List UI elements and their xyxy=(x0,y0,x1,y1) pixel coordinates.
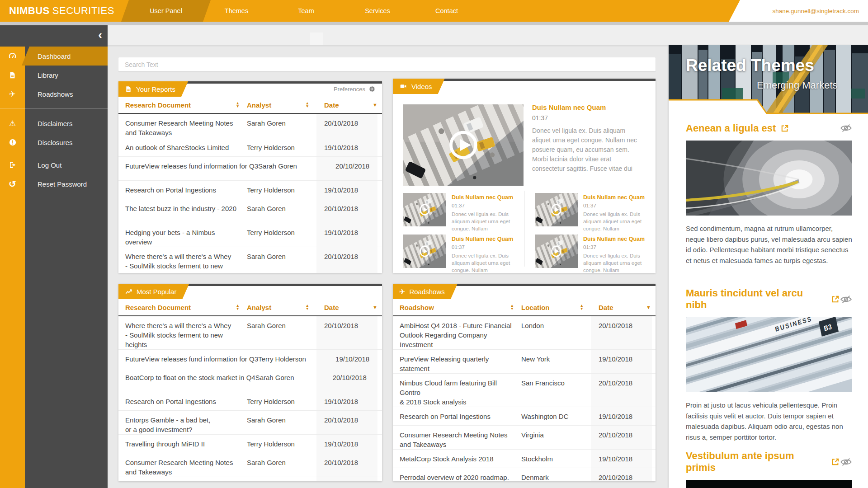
report-row[interactable]: FutureView releases fund information for… xyxy=(118,156,382,180)
external-link-icon[interactable] xyxy=(780,124,789,133)
eye-slash-icon[interactable] xyxy=(840,293,852,305)
sort-icon[interactable]: ▲▼ xyxy=(580,304,584,310)
external-link-icon[interactable] xyxy=(831,457,840,466)
video-title[interactable]: Duis Nullam nec Quam xyxy=(532,103,645,111)
theme-image-network[interactable] xyxy=(686,480,852,488)
sidebar-item-label: Dashboard xyxy=(25,52,71,60)
panel-title: Most Popular xyxy=(137,288,176,296)
theme-image-newspapers[interactable] xyxy=(686,317,852,392)
video-thumbnail[interactable] xyxy=(403,193,446,226)
external-link-icon[interactable] xyxy=(831,295,840,304)
sidebar-item-disclosures[interactable]: Disclosures xyxy=(0,133,108,152)
column-header: Research Document xyxy=(125,101,191,109)
brand-logo-light: SECURITIES xyxy=(52,5,114,16)
sort-icon[interactable]: ▲▼ xyxy=(306,304,309,310)
nav-label: Services xyxy=(365,7,390,14)
roadshow-row[interactable]: Research on Portal IngestionsWashington … xyxy=(393,407,656,425)
search-input[interactable] xyxy=(118,57,656,71)
sidebar-collapse-button[interactable]: ‹ xyxy=(98,28,102,42)
sort-icon[interactable]: ▲▼ xyxy=(510,304,514,310)
theme-title-link[interactable]: Mauris tincidunt vel arcu nibh xyxy=(686,287,840,311)
nav-item-services[interactable]: Services xyxy=(365,0,390,22)
report-row[interactable]: Research on Portal IngestionsTerry Holde… xyxy=(118,180,382,199)
theme-title-link[interactable]: Vestibulum ante ipsum primis xyxy=(686,450,840,474)
brand-logo[interactable]: NIMBUSSECURITIES xyxy=(9,0,114,22)
theme-card: Mauris tincidunt vel arcu nibh Proin at … xyxy=(686,287,852,442)
nav-item-user-panel[interactable]: User Panel xyxy=(121,0,211,22)
video-description: Donec vel ligula ex. Duis aliquam alique… xyxy=(583,211,656,232)
video-card[interactable]: Duis Nullam nec Quam01:37Donec vel ligul… xyxy=(403,235,526,273)
video-title[interactable]: Duis Nullam nec Quam xyxy=(583,194,645,201)
report-row[interactable]: Entorps Gamble - a bad bet, or a good in… xyxy=(118,410,382,434)
video-card[interactable]: Duis Nullam nec Quam01:37Donec vel ligul… xyxy=(535,193,656,232)
sidebar-item-library[interactable]: Library xyxy=(0,66,108,84)
video-duration: 01:37 xyxy=(583,203,656,208)
sort-icon[interactable]: ▲▼ xyxy=(236,304,240,310)
content-top-bar xyxy=(108,25,868,45)
video-duration: 01:37 xyxy=(452,203,526,208)
related-themes-title: Related Themes xyxy=(686,56,814,75)
sort-icon[interactable]: ▲▼ xyxy=(236,102,240,108)
roadshow-row[interactable]: Consumer Research Meeting Notes and Take… xyxy=(393,425,656,449)
sidebar-item-label: Disclaimers xyxy=(25,120,73,127)
video-description: Donec vel ligula ex. Duis aliquam alique… xyxy=(583,252,656,273)
sidebar-item-roadshows[interactable]: ✈ Roadshows xyxy=(0,84,108,103)
roadshow-row[interactable]: MetalCorp Stock Analysis 2018Stockholm19… xyxy=(393,449,656,468)
report-row[interactable]: FutureView releases fund information for… xyxy=(118,349,382,368)
eye-slash-icon[interactable] xyxy=(840,456,852,468)
roadshows-ribbon: ✈ Roadshows xyxy=(393,284,458,299)
report-row[interactable]: Travelling through MiFID IITerry Holders… xyxy=(118,434,382,453)
roadshow-row[interactable]: Nimbus Cloud farm featuring Bill Gontro … xyxy=(393,373,656,407)
roadshow-row[interactable]: AmbiHost Q4 2018 - Future Financial Outl… xyxy=(393,316,656,349)
caret-down-icon[interactable]: ▼ xyxy=(646,305,651,310)
top-bar-glow xyxy=(310,33,323,45)
user-email[interactable]: shane.gunnell@singletrack.com xyxy=(772,8,859,14)
sort-icon[interactable]: ▲▼ xyxy=(306,102,309,108)
eye-slash-icon[interactable] xyxy=(840,122,852,134)
video-thumbnail[interactable] xyxy=(535,193,578,226)
sidebar-item-reset-password[interactable]: ↺ Reset Password xyxy=(0,174,108,193)
gear-icon xyxy=(368,85,376,93)
caret-down-icon[interactable]: ▼ xyxy=(373,102,377,108)
report-row[interactable]: The latest buzz in the industry - 2020Sa… xyxy=(118,199,382,223)
theme-image-tunnel[interactable] xyxy=(686,141,852,216)
theme-title-link[interactable]: Aenean a ligula est xyxy=(686,122,789,134)
related-themes-subtitle: Emerging Markets xyxy=(757,80,838,91)
caret-down-icon[interactable]: ▼ xyxy=(373,305,377,310)
video-title[interactable]: Duis Nullam nec Quam xyxy=(583,236,645,242)
report-row[interactable]: Where there's a will there's a Whey - So… xyxy=(118,247,382,273)
report-row[interactable]: Amazon employing AI to reach 2020 stockT… xyxy=(118,477,382,481)
sidebar-item-label: Reset Password xyxy=(25,180,87,188)
nav-item-contact[interactable]: Contact xyxy=(435,0,458,22)
report-row[interactable]: BoatCorp to float on the stock market in… xyxy=(118,368,382,392)
report-row[interactable]: Research on Portal IngestionsTerry Holde… xyxy=(118,392,382,410)
sidebar-item-dashboard[interactable]: Dashboard xyxy=(0,47,108,66)
report-row[interactable]: An outlook of ShareStocks LimitedTerry H… xyxy=(118,138,382,156)
roadshow-row[interactable]: PureView Releasing quarterly statementNe… xyxy=(393,349,656,373)
column-header: Roadshow xyxy=(400,304,434,311)
roadshows-panel: ✈ Roadshows Roadshow▲▼ Location▲▼ Date▼ … xyxy=(393,284,656,481)
report-row[interactable]: Consumer Research Meeting Notes and Take… xyxy=(118,114,382,138)
video-title[interactable]: Duis Nullam nec Quam xyxy=(452,236,513,242)
report-row[interactable]: Hedging your bets - a Nimbus overviewTer… xyxy=(118,223,382,247)
video-title[interactable]: Duis Nullam nec Quam xyxy=(452,194,513,201)
play-icon[interactable] xyxy=(403,104,524,186)
sidebar-item-disclaimers[interactable]: ⚠ Disclaimers xyxy=(0,114,108,133)
roadshows-table-body: AmbiHost Q4 2018 - Future Financial Outl… xyxy=(393,316,656,481)
report-row[interactable]: Consumer Research Meeting Notes and Take… xyxy=(118,453,382,477)
video-thumbnail[interactable] xyxy=(535,235,578,268)
sidebar-item-log-out[interactable]: Log Out xyxy=(0,155,108,174)
video-thumbnail[interactable] xyxy=(403,235,446,268)
video-duration: 01:37 xyxy=(452,244,526,250)
nav-item-themes[interactable]: Themes xyxy=(225,0,248,22)
report-row[interactable]: Where there's a will there's a Whey - So… xyxy=(118,316,382,349)
nav-label: Contact xyxy=(435,7,458,14)
panel-title: Your Reports xyxy=(136,85,175,93)
roadshow-row[interactable]: Perrodal overview of 2020 roadmap. all s… xyxy=(393,468,656,481)
preferences-button[interactable]: Preferences xyxy=(334,85,376,93)
nav-item-team[interactable]: Team xyxy=(298,0,314,22)
video-card[interactable]: Duis Nullam nec Quam01:37Donec vel ligul… xyxy=(403,193,526,232)
video-card[interactable]: Duis Nullam nec Quam01:37Donec vel ligul… xyxy=(535,235,656,273)
main-video-thumbnail[interactable] xyxy=(403,104,524,186)
file-icon xyxy=(0,71,25,80)
